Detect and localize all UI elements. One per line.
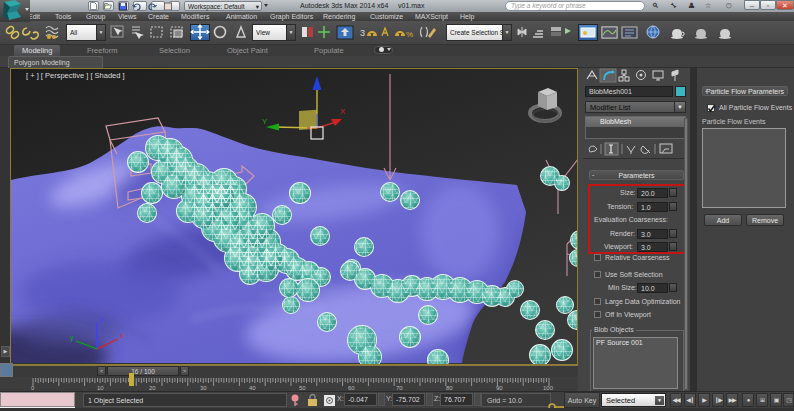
svg-text:z: z <box>100 316 104 323</box>
svg-text:[ + ] [ Perspective ] [ Shaded: [ + ] [ Perspective ] [ Shaded ] <box>26 71 125 80</box>
svg-text:Y: Y <box>262 117 268 126</box>
svg-text:X: X <box>340 107 346 116</box>
svg-text:y: y <box>70 334 74 342</box>
svg-text:%: % <box>406 30 413 39</box>
svg-text:3: 3 <box>360 28 365 38</box>
svg-text:x: x <box>120 332 124 339</box>
